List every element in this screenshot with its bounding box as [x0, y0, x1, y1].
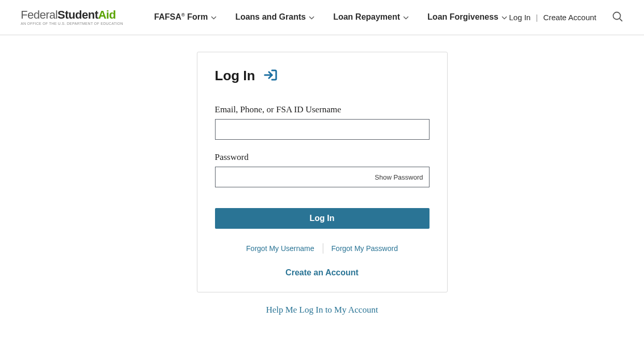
nav-label: Loan Repayment — [333, 12, 400, 22]
chevron-down-icon — [403, 12, 409, 22]
logo-main: FederalStudentAid — [21, 9, 123, 21]
create-account-link[interactable]: Create an Account — [215, 268, 430, 277]
password-group: Password Show Password — [215, 152, 430, 187]
username-label: Email, Phone, or FSA ID Username — [215, 105, 430, 115]
forgot-password-link[interactable]: Forgot My Password — [332, 244, 398, 253]
login-button[interactable]: Log In — [215, 208, 430, 229]
username-input[interactable] — [215, 119, 430, 140]
create-account-link[interactable]: Create Account — [543, 13, 596, 22]
separator — [323, 243, 323, 254]
nav-item-loan-forgiveness[interactable]: Loan Forgiveness — [427, 12, 507, 22]
forgot-row: Forgot My Username Forgot My Password — [215, 243, 430, 254]
login-title-row: Log In — [215, 68, 430, 84]
username-group: Email, Phone, or FSA ID Username — [215, 105, 430, 140]
chevron-down-icon — [211, 12, 217, 22]
nav-label: Loans and Grants — [235, 12, 306, 22]
logo-student: Student — [58, 8, 98, 21]
logo-subtitle: An OFFICE of the U.S. DEPARTMENT of EDUC… — [21, 22, 123, 25]
login-card: Log In Email, Phone, or FSA ID Username … — [197, 52, 448, 292]
logo-aid: Aid — [98, 8, 116, 21]
login-arrow-icon — [263, 69, 278, 83]
header-right: Log In | Create Account — [509, 11, 623, 24]
nav-suffix: Form — [185, 13, 208, 22]
login-title: Log In — [215, 68, 255, 84]
login-link[interactable]: Log In — [509, 13, 531, 22]
search-button[interactable] — [612, 11, 623, 24]
chevron-down-icon — [309, 12, 314, 22]
svg-point-0 — [613, 12, 621, 19]
nav-item-loan-repayment[interactable]: Loan Repayment — [333, 12, 409, 22]
logo[interactable]: FederalStudentAid An OFFICE of the U.S. … — [21, 9, 123, 25]
nav-label: FAFSA — [154, 13, 181, 22]
registered-mark: ® — [181, 12, 185, 18]
chevron-down-icon — [502, 12, 507, 22]
nav-label: Loan Forgiveness — [427, 12, 498, 22]
header: FederalStudentAid An OFFICE of the U.S. … — [0, 0, 644, 35]
svg-line-1 — [620, 19, 622, 21]
main-nav: FAFSA® Form Loans and Grants Loan Repaym… — [154, 12, 507, 22]
nav-item-loans-grants[interactable]: Loans and Grants — [235, 12, 314, 22]
password-wrapper: Show Password — [215, 167, 430, 187]
search-icon — [612, 15, 623, 24]
forgot-username-link[interactable]: Forgot My Username — [246, 244, 314, 253]
password-label: Password — [215, 152, 430, 163]
separator: | — [536, 13, 538, 22]
main: Log In Email, Phone, or FSA ID Username … — [0, 35, 644, 315]
logo-federal: Federal — [21, 8, 58, 21]
nav-item-fafsa[interactable]: FAFSA® Form — [154, 12, 217, 22]
help-login-link[interactable]: Help Me Log In to My Account — [266, 305, 378, 315]
show-password-button[interactable]: Show Password — [375, 173, 423, 181]
auth-links: Log In | Create Account — [509, 13, 596, 22]
